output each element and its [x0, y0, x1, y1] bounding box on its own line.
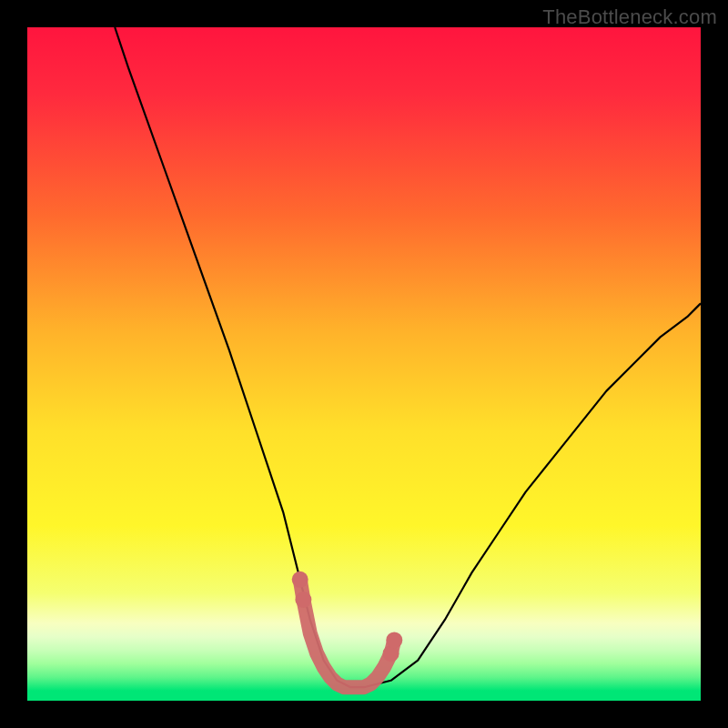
plot-area — [27, 27, 701, 701]
chart-svg — [27, 27, 701, 701]
chart-stage: TheBottleneck.com — [0, 0, 728, 728]
attribution-label: TheBottleneck.com — [542, 5, 717, 29]
highlight-end-dot — [386, 632, 402, 648]
gradient-background — [27, 27, 701, 701]
highlight-end-dot — [292, 571, 308, 588]
highlight-end-dot — [295, 592, 311, 608]
